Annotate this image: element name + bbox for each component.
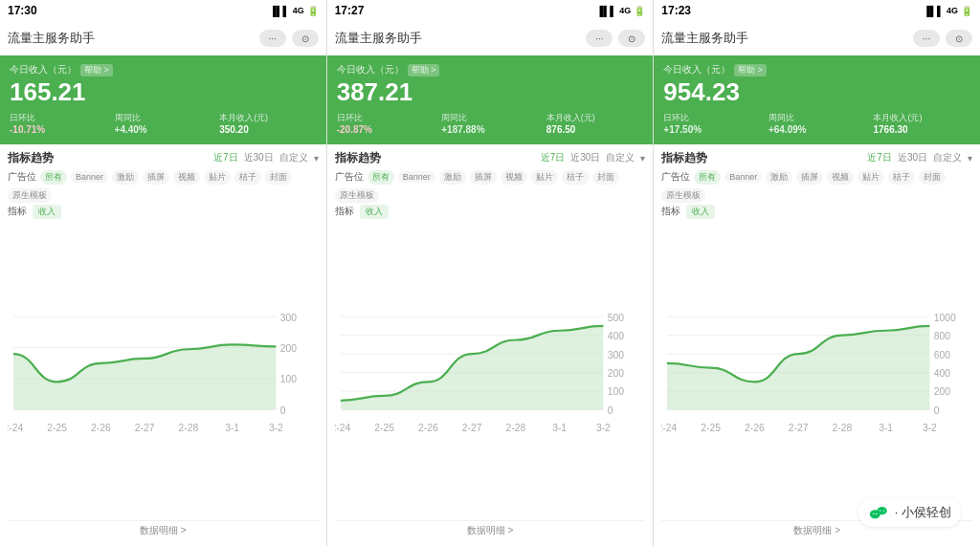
metric-row: 指标 收入 bbox=[8, 205, 319, 219]
revenue-help-tag[interactable]: 帮助 > bbox=[734, 64, 767, 76]
chart-tab[interactable]: 近7日 bbox=[213, 151, 238, 164]
svg-text:2-24: 2-24 bbox=[8, 422, 23, 432]
ad-pos-tag[interactable]: 原生模板 bbox=[8, 188, 52, 203]
svg-text:400: 400 bbox=[607, 331, 623, 341]
target-icon: ⊙ bbox=[301, 33, 309, 44]
target-button[interactable]: ⊙ bbox=[946, 30, 972, 47]
ad-pos-tag[interactable]: 封面 bbox=[265, 170, 292, 185]
app-bar-icons: ··· ⊙ bbox=[586, 30, 645, 47]
more-button[interactable]: ··· bbox=[586, 30, 612, 47]
metric-tag[interactable]: 收入 bbox=[33, 205, 61, 219]
ad-pos-tag[interactable]: 桔子 bbox=[562, 170, 589, 185]
chart-tab[interactable]: 自定义 bbox=[606, 151, 635, 164]
section-title: 指标趋势 bbox=[661, 150, 707, 166]
ad-pos-tag[interactable]: 视频 bbox=[827, 170, 854, 185]
revenue-help-tag[interactable]: 帮助 > bbox=[408, 64, 440, 76]
ad-pos-tag[interactable]: 封面 bbox=[592, 170, 619, 185]
status-icons: ▐▌▌ 4G 🔋 bbox=[596, 6, 645, 16]
data-detail-link[interactable]: 数据明细 > bbox=[8, 520, 319, 540]
chart-tab[interactable]: 近30日 bbox=[244, 151, 274, 164]
ad-pos-tag[interactable]: 所有 bbox=[40, 170, 67, 185]
custom-tab[interactable]: ▾ bbox=[314, 153, 319, 164]
svg-text:300: 300 bbox=[280, 312, 297, 322]
more-button[interactable]: ··· bbox=[913, 30, 940, 47]
charts-section: 指标趋势 近7日近30日自定义 ▾ 广告位 所有Banner激励插屏视频贴片桔子… bbox=[654, 144, 980, 546]
data-detail-link[interactable]: 数据明细 > bbox=[335, 520, 646, 540]
ad-pos-tag[interactable]: 视频 bbox=[501, 170, 527, 185]
ad-pos-tag[interactable]: 原生模板 bbox=[335, 188, 379, 203]
ad-pos-tag[interactable]: 封面 bbox=[919, 170, 946, 185]
svg-text:2-28: 2-28 bbox=[179, 422, 199, 432]
metric-row: 指标 收入 bbox=[661, 205, 972, 219]
svg-text:0: 0 bbox=[934, 405, 940, 416]
target-icon: ⊙ bbox=[955, 33, 963, 44]
panels-container: 17:30 ▐▌▌ 4G 🔋 流量主服务助手 ··· ⊙ bbox=[0, 0, 980, 546]
ad-pos-tag[interactable]: 视频 bbox=[173, 170, 200, 185]
ad-pos-tag[interactable]: Banner bbox=[724, 171, 762, 183]
status-bar: 17:23 ▐▌▌ 4G 🔋 bbox=[654, 0, 980, 21]
svg-text:100: 100 bbox=[280, 374, 297, 384]
target-button[interactable]: ⊙ bbox=[618, 30, 645, 47]
custom-tab[interactable]: ▾ bbox=[640, 153, 645, 164]
stat-label: 本月收入(元) bbox=[219, 112, 317, 124]
svg-point-54 bbox=[873, 513, 874, 514]
chart-svg: 5004003002001000 2-242-252-262-272-283-1… bbox=[335, 223, 646, 520]
ad-pos-tag[interactable]: 桔子 bbox=[234, 170, 261, 185]
stat-item: 日环比 -20.87% bbox=[337, 112, 434, 135]
ad-pos-tag[interactable]: 所有 bbox=[694, 170, 721, 185]
svg-text:2-25: 2-25 bbox=[47, 422, 67, 432]
tab-group: 近7日近30日自定义 ▾ bbox=[213, 151, 319, 164]
more-button[interactable]: ··· bbox=[259, 30, 286, 47]
panel-2: 17:27 ▐▌▌ 4G 🔋 流量主服务助手 ··· ⊙ bbox=[327, 0, 655, 546]
revenue-label-text: 今日收入（元） bbox=[337, 63, 404, 76]
chart-tab[interactable]: 自定义 bbox=[933, 151, 962, 164]
chart-tab[interactable]: 近7日 bbox=[541, 151, 566, 164]
signal-icon: ▐▌▌ bbox=[596, 6, 616, 16]
chart-tab[interactable]: 近30日 bbox=[898, 151, 927, 164]
stat-item: 本月收入(元) 350.20 bbox=[219, 112, 317, 135]
custom-tab[interactable]: ▾ bbox=[968, 153, 972, 164]
ad-position-row: 广告位 所有Banner激励插屏视频贴片桔子封面原生模板 bbox=[661, 170, 972, 203]
ad-pos-tag[interactable]: 激励 bbox=[112, 170, 139, 185]
svg-text:2-28: 2-28 bbox=[833, 422, 853, 432]
chart-tab[interactable]: 自定义 bbox=[279, 151, 308, 164]
ad-pos-tag[interactable]: 插屏 bbox=[470, 170, 497, 185]
ad-pos-tag[interactable]: 所有 bbox=[368, 170, 394, 185]
ad-pos-label: 广告位 bbox=[8, 170, 36, 184]
svg-text:200: 200 bbox=[607, 368, 623, 379]
chart-svg: 10008006004002000 2-242-252-262-272-283-… bbox=[661, 223, 972, 520]
stat-item: 周同比 +64.09% bbox=[768, 112, 866, 135]
metric-tag[interactable]: 收入 bbox=[686, 205, 715, 219]
app-bar: 流量主服务助手 ··· ⊙ bbox=[327, 21, 654, 55]
revenue-section: 今日收入（元） 帮助 > 954.23 日环比 +17.50% 周同比 +64.… bbox=[654, 55, 980, 144]
revenue-label-text: 今日收入（元） bbox=[663, 63, 730, 76]
ad-pos-tag[interactable]: 贴片 bbox=[204, 170, 231, 185]
ad-pos-tag[interactable]: 激励 bbox=[439, 170, 466, 185]
section-title: 指标趋势 bbox=[8, 150, 54, 166]
ad-pos-tag[interactable]: 桔子 bbox=[888, 170, 915, 185]
chart-tab[interactable]: 近30日 bbox=[570, 151, 600, 164]
ad-pos-tag[interactable]: 贴片 bbox=[531, 170, 558, 185]
ad-pos-tag[interactable]: 插屏 bbox=[796, 170, 823, 185]
revenue-amount: 165.21 bbox=[10, 78, 317, 106]
target-button[interactable]: ⊙ bbox=[292, 30, 319, 47]
signal-icon: ▐▌▌ bbox=[924, 6, 944, 16]
status-bar: 17:30 ▐▌▌ 4G 🔋 bbox=[0, 0, 326, 21]
ad-pos-tag[interactable]: 激励 bbox=[766, 170, 792, 185]
panel-1: 17:30 ▐▌▌ 4G 🔋 流量主服务助手 ··· ⊙ bbox=[0, 0, 327, 546]
chart-tab[interactable]: 近7日 bbox=[867, 151, 892, 164]
svg-text:3-2: 3-2 bbox=[269, 422, 283, 432]
ad-pos-tag[interactable]: Banner bbox=[71, 171, 108, 183]
ad-pos-tag[interactable]: 插屏 bbox=[143, 170, 169, 185]
metric-tag[interactable]: 收入 bbox=[360, 205, 389, 219]
ad-pos-tag[interactable]: 贴片 bbox=[858, 170, 884, 185]
metric-label: 指标 bbox=[661, 205, 680, 218]
ad-pos-tag[interactable]: 原生模板 bbox=[661, 188, 705, 203]
stat-label: 日环比 bbox=[10, 112, 107, 124]
watermark-text: · 小侯轻创 bbox=[895, 504, 951, 521]
ad-pos-tag[interactable]: Banner bbox=[398, 171, 435, 183]
stat-value: +4.40% bbox=[115, 124, 212, 135]
stat-label: 本月收入(元) bbox=[546, 112, 644, 124]
stat-value: -20.87% bbox=[337, 124, 434, 135]
revenue-help-tag[interactable]: 帮助 > bbox=[80, 64, 113, 76]
